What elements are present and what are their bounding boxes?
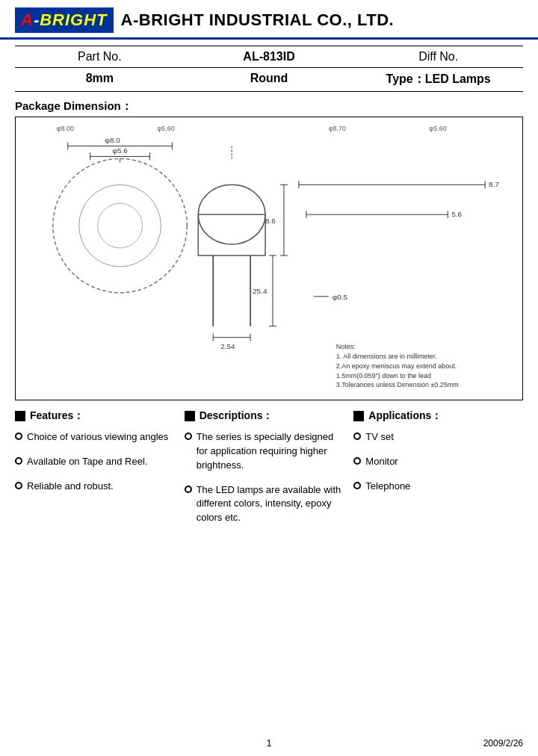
logo-text: A-BRIGHT (21, 10, 108, 29)
features-header-icon (15, 411, 25, 421)
svg-text:1. All dimensions are in milli: 1. All dimensions are in millimeter. (336, 353, 437, 360)
part-row-headers: Part No. AL-813ID Diff No. (15, 46, 523, 68)
descriptions-item-1: The series is specially designed for app… (185, 430, 347, 473)
svg-point-1 (79, 185, 161, 267)
logo-box: A-BRIGHT (15, 7, 114, 33)
svg-text:φ5.60: φ5.60 (429, 126, 446, 133)
info-section: Features： Choice of various viewing angl… (15, 409, 523, 536)
desc-bullet-1 (185, 433, 192, 440)
svg-text:1.5mm(0.059") down to the lead: 1.5mm(0.059") down to the lead (336, 372, 431, 379)
features-column: Features： Choice of various viewing angl… (15, 409, 185, 536)
logo-a: A (21, 10, 34, 29)
bullet-icon-1 (15, 433, 22, 440)
svg-text:8.7: 8.7 (489, 180, 499, 188)
svg-text:8.6: 8.6 (265, 217, 276, 225)
descriptions-text-2: The LED lamps are available with differe… (197, 483, 347, 526)
applications-item-3: Telephone (353, 480, 516, 494)
bullet-icon-3 (15, 482, 22, 489)
descriptions-header-icon (185, 411, 195, 421)
features-text-1: Choice of various viewing angles (27, 430, 168, 444)
shape-value: Round (185, 68, 354, 91)
features-item-3: Reliable and robust. (15, 480, 177, 494)
applications-item-1: TV set (353, 430, 516, 444)
svg-text:25.4: 25.4 (253, 287, 268, 295)
svg-text:2.An epoxy meniscus may extend: 2.An epoxy meniscus may extend about. (336, 362, 457, 370)
features-text-2: Available on Tape and Reel. (27, 455, 147, 469)
app-bullet-2 (353, 457, 361, 465)
svg-text:2.54: 2.54 (220, 342, 235, 350)
led-diagram-svg: φ8.0 φ5.6 8.7 5.6 8.6 25.4 (16, 117, 522, 400)
page-number: 1 (185, 738, 354, 749)
app-bullet-3 (353, 482, 361, 489)
bullet-icon-2 (15, 457, 22, 465)
descriptions-item-2: The LED lamps are available with differe… (185, 483, 347, 526)
logo-hyphen: - (34, 10, 40, 29)
applications-text-3: Telephone (365, 480, 410, 494)
svg-point-2 (98, 203, 143, 248)
part-info-table: Part No. AL-813ID Diff No. 8mm Round Typ… (15, 46, 523, 92)
footer-date: 2009/2/26 (353, 738, 523, 749)
part-no-value: AL-813ID (185, 46, 354, 67)
company-name: A-BRIGHT INDUSTRIAL CO., LTD. (121, 10, 395, 30)
svg-text:φ5.6: φ5.6 (112, 146, 128, 155)
svg-text:φ8.00: φ8.00 (57, 126, 74, 133)
descriptions-header: Descriptions： (185, 409, 347, 423)
page-header: A-BRIGHT A-BRIGHT INDUSTRIAL CO., LTD. (0, 0, 538, 40)
svg-text:3.Tolerances unless Dimension : 3.Tolerances unless Dimension ±0.25mm (336, 381, 459, 388)
package-section: Package Dimension： φ8.0 φ5.6 (15, 99, 523, 400)
features-header: Features： (15, 409, 177, 423)
svg-text:φ5.60: φ5.60 (157, 126, 174, 133)
part-row-values: 8mm Round Type：LED Lamps (15, 68, 523, 91)
features-item-1: Choice of various viewing angles (15, 430, 177, 444)
svg-rect-4 (198, 214, 265, 255)
applications-header-icon (353, 411, 364, 421)
package-title: Package Dimension： (15, 99, 523, 114)
type-value: Type：LED Lamps (353, 68, 523, 91)
svg-text:5.6: 5.6 (451, 210, 462, 218)
descriptions-text-1: The series is specially designed for app… (197, 430, 347, 473)
applications-item-2: Monitor (353, 455, 516, 469)
logo-bright: BRIGHT (40, 10, 107, 29)
features-item-2: Available on Tape and Reel. (15, 455, 177, 469)
svg-text:φ8.0: φ8.0 (105, 136, 120, 144)
size-value: 8mm (15, 68, 185, 91)
descriptions-column: Descriptions： The series is specially de… (185, 409, 354, 536)
app-bullet-1 (353, 433, 361, 440)
applications-text-1: TV set (365, 430, 394, 444)
svg-text:Notes:: Notes: (336, 343, 356, 350)
desc-bullet-2 (185, 486, 192, 493)
package-diagram: φ8.0 φ5.6 8.7 5.6 8.6 25.4 (15, 117, 523, 400)
applications-text-2: Monitor (365, 455, 398, 469)
features-text-3: Reliable and robust. (27, 480, 114, 494)
diff-no-label: Diff No. (353, 46, 523, 67)
applications-header: Applications： (353, 409, 516, 423)
features-header-text: Features： (30, 409, 84, 423)
applications-header-text: Applications： (368, 409, 442, 423)
part-no-label: Part No. (15, 46, 185, 67)
page-footer: 1 2009/2/26 (0, 738, 538, 749)
svg-point-0 (53, 158, 187, 292)
svg-text:φ8.70: φ8.70 (329, 126, 346, 133)
descriptions-header-text: Descriptions： (200, 409, 273, 423)
svg-text:φ0.5: φ0.5 (333, 293, 348, 301)
applications-column: Applications： TV set Monitor Telephone (353, 409, 523, 536)
